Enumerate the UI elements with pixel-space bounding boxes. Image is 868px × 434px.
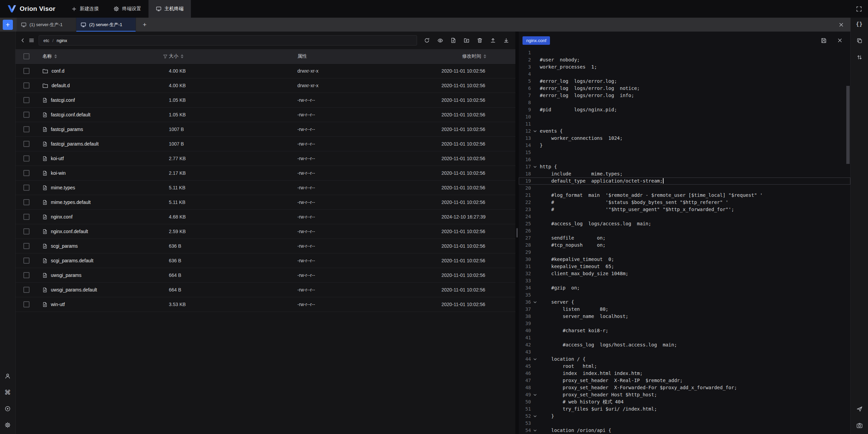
code-line[interactable]: 40 #charset koi8-r; — [519, 327, 850, 334]
fullscreen-icon[interactable] — [850, 0, 868, 18]
table-row[interactable]: nginx.conf.default2.59 KB-rw-r--r--2020-… — [16, 224, 515, 239]
code-line[interactable]: 6#error_log logs/error.log notice; — [519, 85, 850, 92]
code-line[interactable]: 35 — [519, 291, 850, 299]
row-checkbox[interactable] — [23, 258, 29, 264]
close-all-tabs-icon[interactable] — [839, 22, 844, 27]
code-line[interactable]: 39 — [519, 320, 850, 327]
table-row[interactable]: fastcgi_params.default1007 B-rw-r--r--20… — [16, 137, 515, 151]
table-row[interactable]: scgi_params.default636 B-rw-r--r--2020-1… — [16, 253, 515, 268]
code-line[interactable]: 1 — [519, 49, 850, 56]
code-area[interactable]: 12#user nobody;3worker_processes 1;45#er… — [519, 49, 850, 434]
code-line[interactable]: 43 — [519, 348, 850, 356]
fold-chevron-icon[interactable] — [533, 393, 537, 397]
code-line[interactable]: 42 #access_log logs/host.access.log main… — [519, 341, 850, 348]
fold-chevron-icon[interactable] — [533, 357, 537, 361]
code-line[interactable]: 15 — [519, 149, 850, 156]
code-line[interactable]: 23 # '"$http_user_agent" "$http_x_forwar… — [519, 206, 850, 213]
fold-chevron-icon[interactable] — [533, 429, 537, 433]
table-row[interactable]: koi-win2.17 KB-rw-r--r--2020-11-01 10:02… — [16, 166, 515, 181]
code-line[interactable]: 44 location / { — [519, 356, 850, 363]
refresh-icon[interactable] — [422, 36, 431, 45]
table-row[interactable]: mime.types.default5.11 KB-rw-r--r--2020-… — [16, 195, 515, 210]
code-line[interactable]: 21 #log_format main '$remote_addr - $rem… — [519, 192, 850, 199]
code-line[interactable]: 16 — [519, 156, 850, 163]
table-row[interactable]: nginx.conf4.68 KB-rw-r--r--2024-12-10 16… — [16, 210, 515, 224]
row-checkbox[interactable] — [23, 272, 29, 278]
menu-item-new-connection[interactable]: 新建连接 — [64, 0, 106, 18]
table-row[interactable]: win-utf3.53 KB-rw-r--r--2020-11-01 10:02… — [16, 297, 515, 312]
fold-chevron-icon[interactable] — [533, 165, 537, 169]
terminal-tab-1[interactable]: (1) server-生产-1 — [17, 18, 76, 32]
row-checkbox[interactable] — [23, 199, 29, 205]
panel-splitter[interactable] — [515, 32, 519, 434]
fold-chevron-icon[interactable] — [533, 414, 537, 418]
code-line[interactable]: 20 — [519, 185, 850, 192]
code-line[interactable]: 7#error_log logs/error.log info; — [519, 92, 850, 99]
breadcrumb-item[interactable]: etc — [43, 38, 49, 43]
sort-icon[interactable] — [54, 54, 57, 58]
code-line[interactable]: 24 — [519, 213, 850, 220]
terminal-tab-2[interactable]: (2) server-生产-1 — [76, 18, 136, 32]
row-checkbox[interactable] — [23, 141, 29, 147]
list-view-icon[interactable] — [27, 36, 36, 45]
close-editor-icon[interactable] — [835, 36, 844, 45]
row-checkbox[interactable] — [23, 68, 29, 74]
code-line[interactable]: 27 sendfile on; — [519, 234, 850, 242]
upload-icon[interactable] — [489, 36, 497, 45]
code-line[interactable]: 8 — [519, 99, 850, 106]
row-checkbox[interactable] — [23, 155, 29, 162]
download-icon[interactable] — [502, 36, 511, 45]
code-line[interactable]: 36 server { — [519, 299, 850, 306]
code-line[interactable]: 37 listen 80; — [519, 306, 850, 313]
editor-scrollbar-thumb[interactable] — [846, 86, 850, 164]
code-line[interactable]: 11 — [519, 120, 850, 128]
code-line[interactable]: 26 — [519, 227, 850, 234]
code-line[interactable]: 12events { — [519, 128, 850, 135]
column-header-attr[interactable]: 属性 — [297, 53, 441, 59]
table-row[interactable]: fastcgi_params1007 B-rw-r--r--2020-11-01… — [16, 122, 515, 137]
code-line[interactable]: 50 # web history 模式 404 — [519, 398, 850, 405]
fold-chevron-icon[interactable] — [533, 129, 537, 133]
filter-icon[interactable] — [163, 54, 167, 59]
code-line[interactable]: 53 — [519, 420, 850, 427]
sort-icon[interactable] — [484, 54, 486, 58]
fold-chevron-icon[interactable] — [533, 300, 537, 304]
menu-item-host-terminal[interactable]: 主机终端 — [149, 0, 191, 18]
table-row[interactable]: uwsgi_params.default664 B-rw-r--r--2020-… — [16, 283, 515, 297]
code-line[interactable]: 41 — [519, 334, 850, 341]
table-row[interactable]: mime.types5.11 KB-rw-r--r--2020-11-01 10… — [16, 181, 515, 195]
code-line[interactable]: 9#pid logs/nginx.pid; — [519, 106, 850, 113]
code-line[interactable]: 3worker_processes 1; — [519, 63, 850, 71]
send-command-icon[interactable] — [855, 404, 864, 414]
code-line[interactable]: 13 worker_connections 1024; — [519, 135, 850, 142]
row-checkbox[interactable] — [23, 228, 29, 234]
theme-icon[interactable] — [3, 404, 13, 413]
code-line[interactable]: 34 #gzip on; — [519, 284, 850, 291]
code-line[interactable]: 10 — [519, 113, 850, 120]
code-line[interactable]: 18 include mime.types; — [519, 170, 850, 177]
sort-icon[interactable] — [181, 54, 183, 58]
code-line[interactable]: 49 proxy_set_header Host $http_host; — [519, 391, 850, 398]
breadcrumb-item[interactable]: nginx — [57, 38, 67, 43]
code-line[interactable]: 48 proxy_set_header X-Forwarded-For $pro… — [519, 384, 850, 391]
copy-icon[interactable] — [855, 36, 864, 45]
user-icon[interactable] — [3, 371, 13, 381]
new-file-icon[interactable] — [449, 36, 458, 45]
table-row[interactable]: conf.d4.00 KBdrwxr-xr-x2020-11-01 10:02:… — [16, 64, 515, 78]
code-line[interactable]: 22 # '$status $body_bytes_sent "$http_re… — [519, 199, 850, 206]
delete-icon[interactable] — [475, 36, 484, 45]
code-line[interactable]: 52 } — [519, 413, 850, 420]
code-line[interactable]: 2#user nobody; — [519, 56, 850, 63]
path-breadcrumb[interactable]: etc/nginx — [39, 35, 417, 45]
code-line[interactable]: 45 root html; — [519, 363, 850, 370]
code-line[interactable]: 5#error_log logs/error.log; — [519, 78, 850, 85]
code-line[interactable]: 54 location /orion/api { — [519, 427, 850, 434]
row-checkbox[interactable] — [23, 126, 29, 132]
menu-item-terminal-settings[interactable]: 终端设置 — [106, 0, 149, 18]
code-line[interactable]: 46 index index.html index.htm; — [519, 370, 850, 377]
transfer-icon[interactable] — [855, 53, 864, 62]
eye-icon[interactable] — [436, 36, 445, 45]
table-row[interactable]: uwsgi_params664 B-rw-r--r--2020-11-01 10… — [16, 268, 515, 283]
column-header-size[interactable]: 大小 — [169, 53, 297, 59]
braces-icon[interactable]: {} — [855, 19, 864, 29]
